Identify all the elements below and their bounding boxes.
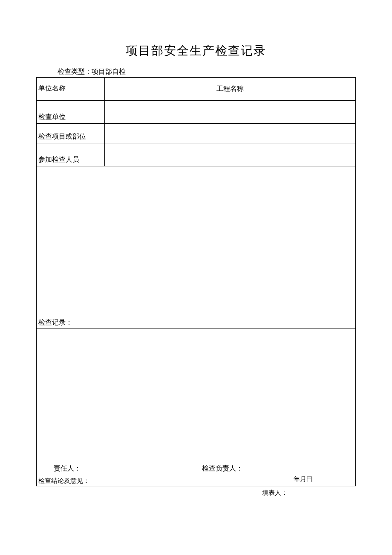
- row-unit-project: 单位名称 工程名称: [37, 78, 356, 101]
- label-date: 年月曰: [294, 475, 313, 483]
- label-unit-name: 单位名称: [37, 78, 105, 101]
- row-inspect-unit: 检查单位: [37, 101, 356, 124]
- row-conclusion: 检查结论及意见： 责任人： 检查负责人： 年月曰: [37, 328, 356, 486]
- value-inspect-unit: [105, 101, 356, 124]
- inspection-type-label: 检查类型：项目部自检: [58, 67, 356, 76]
- value-participants: [105, 143, 356, 166]
- conclusion-section: 检查结论及意见： 责任人： 检查负责人： 年月曰: [37, 328, 356, 486]
- label-record: 检查记录：: [38, 319, 72, 326]
- signature-row: 责任人： 检查负责人：: [37, 464, 355, 473]
- inspection-form-table: 单位名称 工程名称 检查单位 检查项目或部位 参加检查人员 检查记录： 检查结论…: [36, 77, 356, 486]
- page-title: 项目部安全生产检查记录: [36, 43, 356, 59]
- label-inspect-unit: 检查单位: [37, 101, 105, 124]
- label-inspect-item: 检查项目或部位: [37, 124, 105, 143]
- label-responsible: 责任人：: [54, 464, 81, 473]
- page-container: 项目部安全生产检查记录 检查类型：项目部自检 单位名称 工程名称 检查单位 检查…: [0, 0, 392, 497]
- label-participants: 参加检查人员: [37, 143, 105, 166]
- row-record: 检查记录：: [37, 166, 356, 328]
- row-inspect-item: 检查项目或部位: [37, 124, 356, 143]
- record-section: 检查记录：: [37, 166, 356, 328]
- row-participants: 参加检查人员: [37, 143, 356, 166]
- label-project-name: 工程名称: [105, 78, 356, 101]
- label-filler: 填表人：: [262, 489, 356, 497]
- value-inspect-item: [105, 124, 356, 143]
- label-inspector-lead: 检查负责人：: [202, 464, 243, 473]
